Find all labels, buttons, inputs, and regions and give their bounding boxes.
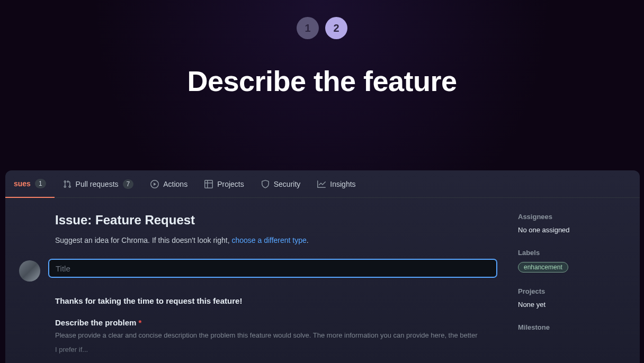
- tab-pull-requests-label: Pull requests: [76, 180, 119, 188]
- tab-issues-label: sues: [14, 179, 31, 188]
- issue-title-input[interactable]: [49, 259, 497, 277]
- projects-section[interactable]: Projects None yet: [518, 287, 629, 308]
- tab-insights[interactable]: Insights: [309, 170, 364, 198]
- issue-subtitle-suffix: .: [307, 236, 309, 244]
- hero-title: Describe the feature: [0, 65, 644, 97]
- required-indicator: *: [139, 318, 142, 327]
- repo-tabs: sues 1 Pull requests 7 Actions Projects: [5, 170, 640, 198]
- problem-label: Describe the problem *: [55, 318, 497, 327]
- tab-actions-label: Actions: [163, 180, 187, 188]
- labels-section[interactable]: Labels enhancement: [518, 249, 629, 273]
- tab-security[interactable]: Security: [253, 170, 309, 198]
- step-2: 2: [325, 17, 347, 39]
- tab-issues-count: 1: [35, 179, 46, 188]
- issue-subtitle-prefix: Suggest an idea for Chroma. If this does…: [55, 236, 231, 244]
- issue-heading: Issue: Feature Request: [55, 213, 497, 228]
- tab-projects-label: Projects: [217, 180, 244, 188]
- issue-form: Issue: Feature Request Suggest an idea f…: [5, 198, 518, 353]
- choose-different-type-link[interactable]: choose a different type: [231, 236, 306, 244]
- main-content: Issue: Feature Request Suggest an idea f…: [5, 198, 640, 353]
- step-1: 1: [297, 17, 319, 39]
- problem-body-preview: I prefer if...: [55, 346, 497, 353]
- milestone-heading: Milestone: [518, 323, 629, 331]
- play-circle-icon: [150, 180, 159, 188]
- assignees-heading: Assignees: [518, 213, 629, 221]
- milestone-section[interactable]: Milestone: [518, 323, 629, 331]
- tab-insights-label: Insights: [330, 180, 355, 188]
- projects-value: None yet: [518, 301, 629, 308]
- hero-section: 1 2 Describe the feature: [0, 0, 644, 97]
- table-icon: [204, 180, 213, 188]
- labels-heading: Labels: [518, 249, 629, 257]
- tab-actions[interactable]: Actions: [142, 170, 196, 198]
- tab-issues[interactable]: sues 1: [5, 170, 55, 198]
- step-indicator: 1 2: [0, 17, 644, 39]
- tab-pull-requests[interactable]: Pull requests 7: [55, 170, 142, 198]
- shield-icon: [261, 180, 270, 188]
- tab-security-label: Security: [274, 180, 301, 188]
- issue-subtitle: Suggest an idea for Chroma. If this does…: [55, 236, 497, 244]
- user-avatar[interactable]: [19, 260, 40, 282]
- tab-pull-requests-count: 7: [123, 179, 134, 189]
- assignees-value: No one assigned: [518, 226, 629, 234]
- tab-projects[interactable]: Projects: [196, 170, 253, 198]
- label-enhancement[interactable]: enhancement: [518, 262, 568, 273]
- git-pull-request-icon: [63, 180, 71, 188]
- problem-help-text: Please provide a clear and concise descr…: [55, 331, 497, 339]
- title-row: [19, 259, 497, 282]
- issue-sidebar: Assignees No one assigned Labels enhance…: [518, 198, 640, 353]
- thanks-text: Thanks for taking the time to request th…: [55, 296, 497, 305]
- graph-icon: [317, 180, 326, 188]
- github-panel: sues 1 Pull requests 7 Actions Projects: [5, 170, 640, 363]
- projects-heading: Projects: [518, 287, 629, 295]
- assignees-section[interactable]: Assignees No one assigned: [518, 213, 629, 234]
